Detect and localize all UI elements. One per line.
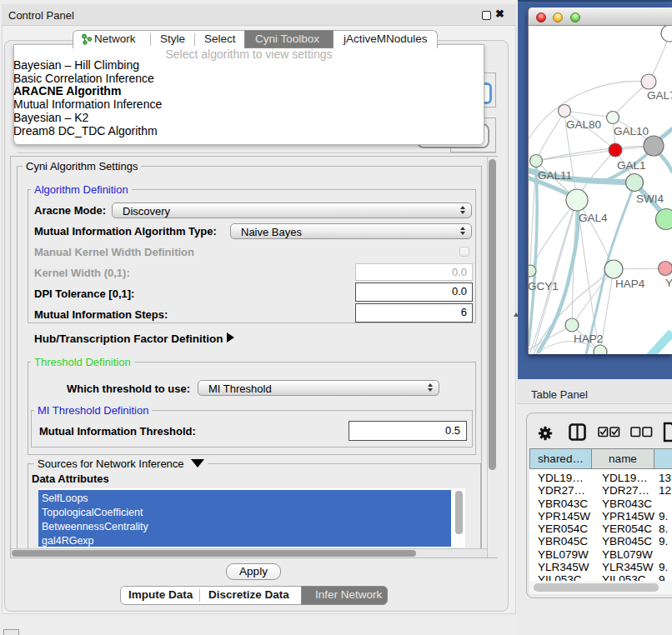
svg-text:GAL10: GAL10 [614, 125, 649, 138]
svg-text:GAL80: GAL80 [566, 118, 601, 131]
svg-text:GAL7: GAL7 [647, 89, 672, 102]
svg-text:HAP4: HAP4 [615, 278, 645, 290]
svg-text:GCY1: GCY1 [529, 280, 559, 292]
svg-text:SWI4: SWI4 [636, 192, 664, 205]
svg-text:GAL11: GAL11 [538, 169, 572, 182]
svg-text:GAL1: GAL1 [617, 159, 646, 172]
svg-text:GAL4: GAL4 [579, 212, 608, 224]
svg-text:Y: Y [665, 277, 672, 289]
svg-text:HAP2: HAP2 [574, 332, 603, 345]
